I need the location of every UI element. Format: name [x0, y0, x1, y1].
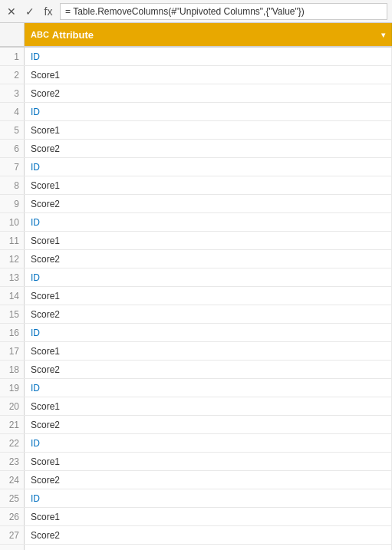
cell-attribute: Score1 [25, 176, 392, 194]
table-row[interactable]: 23Score1 [0, 453, 392, 471]
cell-attribute: ID [25, 103, 392, 120]
row-number: 1 [0, 48, 25, 65]
table-row[interactable]: 15Score2 [0, 305, 392, 324]
cell-attribute: Score1 [25, 453, 392, 470]
row-number: 26 [0, 508, 25, 525]
cell-attribute: Score1 [25, 232, 392, 249]
cell-attribute: ID [25, 213, 392, 231]
table-row[interactable]: 7ID [0, 158, 392, 176]
table-row[interactable]: 14Score1 [0, 287, 392, 305]
row-number: 23 [0, 453, 25, 470]
table-row[interactable]: 28ID [0, 545, 392, 550]
cell-attribute: Score1 [25, 287, 392, 305]
row-number: 3 [0, 84, 25, 102]
row-number: 19 [0, 379, 25, 397]
cell-attribute: ID [25, 268, 392, 286]
cell-attribute: ID [25, 489, 392, 507]
table-row[interactable]: 26Score1 [0, 508, 392, 526]
cell-attribute: Score1 [25, 66, 392, 84]
table-row[interactable]: 9Score2 [0, 195, 392, 213]
table-row[interactable]: 21Score2 [0, 416, 392, 434]
row-number: 20 [0, 397, 25, 415]
table-row[interactable]: 19ID [0, 379, 392, 397]
row-number: 2 [0, 66, 25, 84]
table-row[interactable]: 13ID [0, 268, 392, 287]
cell-attribute: ID [25, 545, 392, 550]
table-row[interactable]: 27Score2 [0, 526, 392, 545]
table-row[interactable]: 4ID [0, 103, 392, 121]
row-number: 18 [0, 361, 25, 378]
table-row[interactable]: 6Score2 [0, 140, 392, 158]
abc-icon: ABC [31, 30, 49, 39]
toolbar: ✕ ✓ fx = Table.RemoveColumns(#"Unpivoted… [0, 0, 392, 23]
cell-attribute: ID [25, 48, 392, 65]
cell-attribute: Score2 [25, 84, 392, 102]
row-number: 27 [0, 526, 25, 544]
table-row[interactable]: 1ID [0, 48, 392, 66]
cell-attribute: Score2 [25, 250, 392, 268]
cell-attribute: ID [25, 379, 392, 397]
table-row[interactable]: 18Score2 [0, 361, 392, 379]
table-row[interactable]: 16ID [0, 324, 392, 342]
cell-attribute: Score2 [25, 471, 392, 489]
table-row[interactable]: 8Score1 [0, 176, 392, 195]
cell-attribute: ID [25, 158, 392, 176]
cell-attribute: ID [25, 324, 392, 341]
cell-attribute: Score2 [25, 305, 392, 323]
table-row[interactable]: 22ID [0, 434, 392, 453]
row-number: 24 [0, 471, 25, 489]
row-number: 14 [0, 287, 25, 305]
row-number: 22 [0, 434, 25, 452]
row-number: 17 [0, 342, 25, 360]
cell-attribute: Score2 [25, 361, 392, 378]
dropdown-icon[interactable]: ▾ [381, 31, 385, 39]
table-row[interactable]: 12Score2 [0, 250, 392, 268]
cell-attribute: Score1 [25, 508, 392, 525]
table-row[interactable]: 17Score1 [0, 342, 392, 361]
row-number: 25 [0, 489, 25, 507]
table-row[interactable]: 25ID [0, 489, 392, 508]
table-row[interactable]: 20Score1 [0, 397, 392, 416]
column-label: Attribute [52, 29, 94, 41]
table-body[interactable]: 1ID2Score13Score24ID5Score16Score27ID8Sc… [0, 48, 392, 550]
row-number: 13 [0, 268, 25, 286]
row-number: 12 [0, 250, 25, 268]
row-number: 4 [0, 103, 25, 120]
column-header-attribute[interactable]: ABC Attribute ▾ [25, 23, 392, 46]
close-icon[interactable]: ✕ [5, 5, 18, 18]
cell-attribute: ID [25, 434, 392, 452]
table-row[interactable]: 5Score1 [0, 121, 392, 140]
cell-attribute: Score2 [25, 526, 392, 544]
formula-bar[interactable]: = Table.RemoveColumns(#"Unpivoted Column… [60, 3, 387, 20]
cell-attribute: Score2 [25, 140, 392, 157]
row-number: 5 [0, 121, 25, 139]
cell-attribute: Score2 [25, 195, 392, 212]
row-number: 10 [0, 213, 25, 231]
row-number: 16 [0, 324, 25, 341]
row-number: 9 [0, 195, 25, 212]
row-number: 11 [0, 232, 25, 249]
table-row[interactable]: 2Score1 [0, 66, 392, 84]
table-row[interactable]: 11Score1 [0, 232, 392, 250]
table-row[interactable]: 3Score2 [0, 84, 392, 103]
row-number: 7 [0, 158, 25, 176]
cell-attribute: Score1 [25, 397, 392, 415]
fx-label: fx [41, 5, 55, 18]
table-header: ABC Attribute ▾ [0, 23, 392, 48]
cell-attribute: Score2 [25, 416, 392, 433]
row-number: 28 [0, 545, 25, 550]
row-number: 6 [0, 140, 25, 157]
table-row[interactable]: 10ID [0, 213, 392, 232]
row-number: 15 [0, 305, 25, 323]
row-number: 21 [0, 416, 25, 433]
cell-attribute: Score1 [25, 121, 392, 139]
check-icon[interactable]: ✓ [23, 5, 37, 18]
table-row[interactable]: 24Score2 [0, 471, 392, 489]
table-container: ABC Attribute ▾ 1ID2Score13Score24ID5Sco… [0, 23, 392, 550]
row-number: 8 [0, 176, 25, 194]
row-num-header [0, 23, 25, 46]
cell-attribute: Score1 [25, 342, 392, 360]
